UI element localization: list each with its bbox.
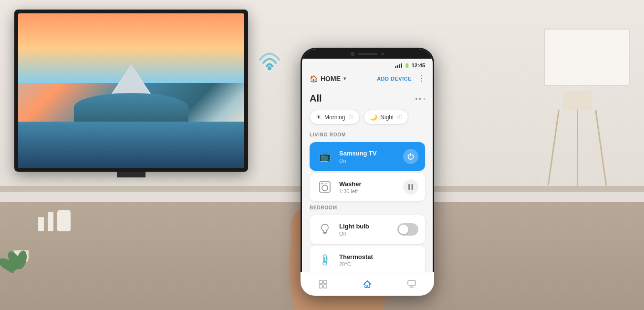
dots-arrow: ›	[423, 95, 425, 102]
bottom-nav	[302, 272, 433, 294]
wifi-icon	[253, 38, 286, 67]
tv-info: Samsung TV On	[339, 150, 397, 164]
svg-point-0	[268, 66, 271, 70]
living-room-label: LIVING ROOM	[302, 130, 433, 140]
thermostat-card[interactable]: Thermostat 28°C	[310, 246, 425, 274]
status-right: 🔋 12:45	[395, 62, 425, 68]
tv-container	[14, 10, 248, 181]
lightbulb-toggle[interactable]	[397, 223, 418, 236]
svg-rect-17	[408, 280, 415, 285]
svg-point-3	[322, 183, 323, 185]
night-scene-button[interactable]: 🌙 Night ⓘ	[364, 110, 408, 124]
lightbulb-icon	[316, 221, 333, 238]
add-device-button[interactable]: ADD DEVICE	[377, 76, 412, 82]
more-menu-button[interactable]: ⋮	[417, 74, 425, 83]
lightbulb-info: Light bulb Off	[339, 223, 392, 237]
app-content: All › ☀ Morning ⓘ 🌙 Night ⓘ	[302, 87, 433, 294]
light-bulb-card[interactable]: Light bulb Off	[310, 215, 425, 244]
phone-screen: 🔋 12:45 🏠 HOME ▾ ADD DEVICE ⋮ All	[302, 49, 433, 294]
signal-bar-4	[401, 63, 402, 68]
svg-rect-4	[324, 183, 328, 184]
dot-1	[415, 98, 417, 100]
signal-bar-2	[397, 65, 398, 68]
mountain-graphic	[93, 64, 169, 122]
morning-info-icon: ⓘ	[349, 114, 353, 121]
lightbulb-status: Off	[339, 231, 392, 237]
nav-home[interactable]	[363, 279, 372, 289]
lamp-shade	[563, 91, 592, 110]
svg-point-2	[322, 185, 328, 191]
plant	[14, 250, 29, 262]
dots-menu[interactable]: ›	[415, 95, 425, 102]
sensor	[381, 52, 384, 55]
phone: 🔋 12:45 🏠 HOME ▾ ADD DEVICE ⋮ All	[301, 48, 434, 296]
battery-icon: 🔋	[404, 63, 410, 68]
tv-frame	[14, 10, 248, 172]
washer-card[interactable]: Washer 1:30 left	[310, 173, 425, 201]
nav-scenes[interactable]	[407, 279, 416, 289]
candle-1	[38, 217, 44, 231]
bedroom-label: BEDROOM	[302, 203, 433, 213]
time-display: 12:45	[412, 62, 425, 68]
tv-screen	[18, 13, 244, 168]
signal-bar-3	[399, 64, 400, 68]
candle-2	[48, 212, 53, 231]
lightbulb-name: Light bulb	[339, 223, 392, 230]
signal-bar-1	[395, 66, 396, 68]
washer-info: Washer 1:30 left	[339, 180, 397, 194]
svg-rect-6	[412, 184, 414, 190]
tv-power-button[interactable]	[403, 149, 418, 164]
moon-icon: 🌙	[370, 114, 377, 121]
toggle-thumb	[399, 225, 408, 234]
svg-rect-15	[319, 285, 322, 288]
tv-status: On	[339, 158, 397, 164]
all-label: All	[310, 93, 322, 104]
home-label: HOME	[321, 75, 341, 83]
status-bar: 🔋 12:45	[302, 59, 433, 70]
home-title-area[interactable]: 🏠 HOME ▾	[310, 75, 346, 83]
thermostat-name: Thermostat	[339, 253, 418, 260]
all-section: All ›	[302, 87, 433, 108]
scenes-row: ☀ Morning ⓘ 🌙 Night ⓘ	[302, 108, 433, 130]
thermostat-icon	[316, 251, 333, 269]
morning-label: Morning	[324, 114, 345, 121]
svg-rect-13	[319, 280, 322, 284]
sun-icon: ☀	[316, 114, 322, 121]
toggle-track	[397, 223, 418, 236]
tv-icon: 📺	[316, 148, 333, 165]
tripod-leg-2	[577, 110, 578, 186]
tripod-lamp	[563, 91, 596, 186]
app-header: 🏠 HOME ▾ ADD DEVICE ⋮	[302, 70, 433, 87]
night-info-icon: ⓘ	[397, 114, 402, 121]
nav-devices[interactable]	[318, 279, 328, 289]
washer-pause-button[interactable]	[403, 179, 418, 195]
header-actions: ADD DEVICE ⋮	[377, 74, 425, 83]
phone-notch	[302, 49, 433, 59]
night-label: Night	[380, 114, 394, 121]
samsung-tv-card[interactable]: 📺 Samsung TV On	[310, 142, 425, 171]
shelf-items	[38, 210, 71, 231]
front-camera	[351, 52, 354, 56]
morning-scene-button[interactable]: ☀ Morning ⓘ	[310, 110, 360, 124]
jug	[57, 210, 71, 231]
dot-2	[419, 98, 421, 100]
home-icon: 🏠	[310, 75, 318, 83]
tv-stand	[117, 172, 145, 177]
thermostat-status: 28°C	[339, 261, 418, 267]
dropdown-arrow: ▾	[343, 76, 346, 81]
signal-icon	[395, 63, 402, 68]
tv-name: Samsung TV	[339, 150, 397, 157]
wall-canvas	[544, 29, 630, 86]
washer-icon	[316, 178, 333, 196]
svg-rect-16	[323, 285, 327, 288]
lamp-legs	[558, 110, 596, 186]
earpiece	[358, 53, 377, 55]
thermostat-info: Thermostat 28°C	[339, 253, 418, 267]
washer-name: Washer	[339, 180, 397, 187]
svg-rect-14	[323, 280, 327, 284]
svg-rect-5	[408, 184, 410, 190]
washer-status: 1:30 left	[339, 188, 397, 194]
